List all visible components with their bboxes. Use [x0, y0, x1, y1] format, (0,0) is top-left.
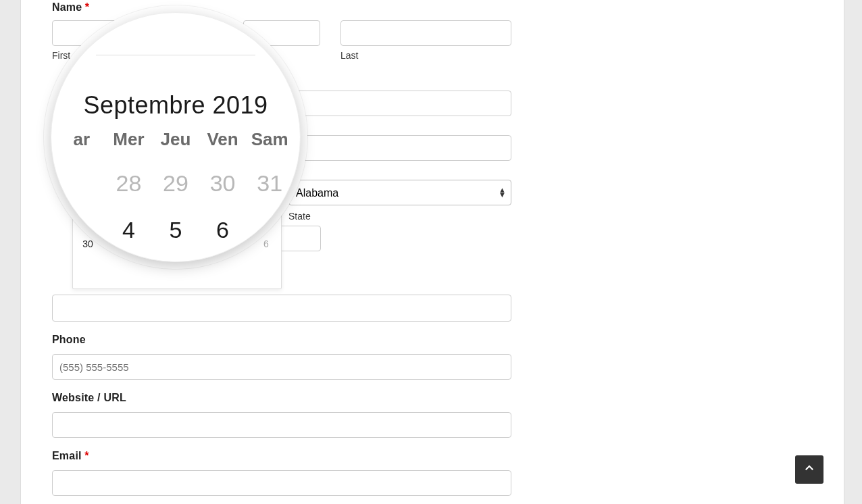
state-sublabel: State — [288, 211, 511, 222]
calendar-day-header: Ven — [199, 129, 247, 150]
calendar-day-cell[interactable]: 4 — [105, 217, 153, 243]
required-marker-2: * — [84, 450, 88, 461]
calendar-day-cell[interactable]: 29 — [152, 170, 199, 197]
required-marker: * — [85, 1, 89, 13]
calendar-month-title: Septembre 2019 — [51, 91, 300, 120]
calendar-day-cell[interactable]: 28 — [105, 170, 153, 197]
address-line-input[interactable] — [288, 91, 511, 116]
calendar-day-cell[interactable]: 6 — [199, 217, 247, 243]
phone-label: Phone — [52, 334, 511, 346]
last-name-input[interactable] — [340, 20, 511, 46]
calendar-day-cell[interactable]: 30 — [199, 170, 247, 197]
address-line2-input[interactable] — [288, 135, 511, 161]
scroll-to-top-button[interactable] — [795, 455, 823, 484]
name-label: Name — [52, 1, 82, 13]
calendar-day-cell[interactable] — [58, 170, 105, 197]
calendar-day-header: Mer — [105, 129, 153, 150]
magnifier-lens: Septembre 2019 arMerJeuVenSam 28293031 4… — [51, 12, 301, 262]
calendar-day-cell[interactable]: 31 — [246, 170, 293, 197]
email-label: Email — [52, 450, 82, 461]
website-label: Website / URL — [52, 392, 511, 404]
full-width-input-1[interactable] — [52, 295, 511, 322]
content-card: Name * First Middle Last — [20, 0, 844, 504]
calendar-day-cell[interactable]: 5 — [152, 217, 199, 243]
state-select[interactable]: Alabama — [288, 180, 511, 205]
phone-input[interactable] — [52, 354, 511, 380]
last-name-sublabel: Last — [340, 50, 511, 61]
chevron-up-icon — [803, 462, 815, 477]
website-input[interactable] — [52, 412, 511, 438]
mini-calendar-cell[interactable]: 6 — [251, 234, 281, 253]
calendar-day-header: Jeu — [152, 129, 199, 150]
mini-calendar-cell[interactable]: 30 — [73, 234, 103, 253]
calendar-day-header: ar — [58, 129, 105, 150]
email-input[interactable] — [52, 470, 511, 496]
calendar-day-header: Sam — [246, 129, 293, 150]
